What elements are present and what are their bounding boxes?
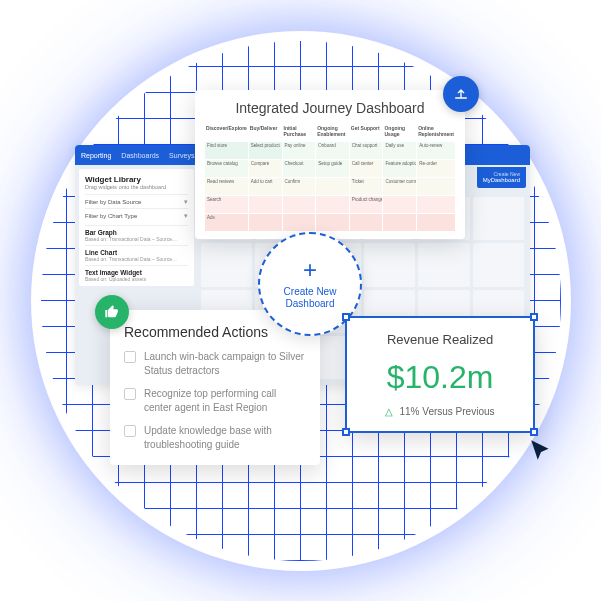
journey-cell[interactable] bbox=[316, 178, 349, 195]
journey-cell[interactable]: Auto-renew bbox=[417, 142, 455, 159]
resize-handle[interactable] bbox=[342, 428, 350, 436]
dashboard-name: MyDashboard bbox=[483, 177, 520, 184]
journey-cell[interactable] bbox=[417, 196, 455, 213]
app-brand: Reporting bbox=[81, 152, 111, 159]
journey-cell[interactable]: Search bbox=[205, 196, 248, 213]
create-label: Create New bbox=[483, 171, 520, 177]
resize-handle[interactable] bbox=[530, 428, 538, 436]
journey-cell[interactable]: Product changes bbox=[350, 196, 383, 213]
journey-column-header: Ongoing Usage bbox=[383, 124, 416, 141]
journey-column-header: Online Replenishment bbox=[417, 124, 455, 141]
chevron-down-icon: ▾ bbox=[184, 198, 188, 206]
journey-cell[interactable]: Customer communication bbox=[383, 178, 416, 195]
app-tab[interactable]: Surveys bbox=[169, 152, 194, 159]
dashboard-name-panel: Create New MyDashboard bbox=[477, 167, 526, 188]
filter-chart-type[interactable]: Filter by Chart Type ▾ bbox=[85, 208, 188, 222]
checkbox[interactable] bbox=[124, 388, 136, 400]
thumbs-up-icon bbox=[104, 304, 120, 320]
journey-cell[interactable] bbox=[249, 214, 282, 231]
journey-cell[interactable]: Read reviews bbox=[205, 178, 248, 195]
journey-cell[interactable]: Feature adoption bbox=[383, 160, 416, 177]
widget-library-panel: Widget Library Drag widgets onto the das… bbox=[79, 169, 194, 286]
chevron-down-icon: ▾ bbox=[184, 212, 188, 220]
recommended-item[interactable]: Launch win-back campaign to Silver Statu… bbox=[124, 350, 306, 377]
journey-cell[interactable] bbox=[316, 196, 349, 213]
journey-cell[interactable] bbox=[383, 214, 416, 231]
upload-button[interactable] bbox=[443, 76, 479, 112]
journey-cell[interactable]: Pay online bbox=[283, 142, 316, 159]
recommended-actions-card: Recommended Actions Launch win-back camp… bbox=[110, 310, 320, 465]
recommended-text: Recognize top performing call center age… bbox=[144, 387, 306, 414]
revenue-card[interactable]: Revenue Realized $10.2m △ 11% Versus Pre… bbox=[345, 316, 535, 433]
plus-icon: + bbox=[303, 258, 317, 282]
journey-cell[interactable]: Find store bbox=[205, 142, 248, 159]
revenue-title: Revenue Realized bbox=[359, 332, 521, 347]
journey-column-header: Initial Purchase bbox=[283, 124, 316, 141]
journey-cell[interactable]: Select product bbox=[249, 142, 282, 159]
journey-matrix: Discover/ExploreBuy/DeliverInitial Purch… bbox=[205, 124, 455, 231]
journey-cell[interactable] bbox=[283, 214, 316, 231]
journey-cell[interactable] bbox=[350, 214, 383, 231]
journey-cell[interactable]: Add to cart bbox=[249, 178, 282, 195]
journey-cell[interactable]: Ticket bbox=[350, 178, 383, 195]
triangle-up-icon: △ bbox=[385, 406, 393, 417]
journey-cell[interactable]: Chat support bbox=[350, 142, 383, 159]
journey-cell[interactable]: Compare bbox=[249, 160, 282, 177]
recommended-title: Recommended Actions bbox=[124, 324, 306, 340]
revenue-value: $10.2m bbox=[359, 359, 521, 396]
checkbox[interactable] bbox=[124, 351, 136, 363]
journey-column-header: Get Support bbox=[350, 124, 383, 141]
recommended-item[interactable]: Recognize top performing call center age… bbox=[124, 387, 306, 414]
journey-cell[interactable]: Checkout bbox=[283, 160, 316, 177]
journey-cell[interactable]: Browse catalog bbox=[205, 160, 248, 177]
create-label-2: Dashboard bbox=[284, 298, 337, 310]
journey-cell[interactable]: Confirm bbox=[283, 178, 316, 195]
widget-item[interactable]: Line Chart Based on: Transactional Data … bbox=[85, 245, 188, 262]
journey-cell[interactable] bbox=[417, 214, 455, 231]
resize-handle[interactable] bbox=[342, 313, 350, 321]
journey-column-header: Buy/Deliver bbox=[249, 124, 282, 141]
journey-column-header: Discover/Explore bbox=[205, 124, 248, 141]
resize-handle[interactable] bbox=[530, 313, 538, 321]
recommended-text: Launch win-back campaign to Silver Statu… bbox=[144, 350, 306, 377]
widget-item[interactable]: Text Image Widget Based on: Uploaded ass… bbox=[85, 265, 188, 282]
thumbs-up-badge bbox=[95, 295, 129, 329]
journey-cell[interactable]: Call center bbox=[350, 160, 383, 177]
widget-item[interactable]: Bar Graph Based on: Transactional Data –… bbox=[85, 225, 188, 242]
app-tab[interactable]: Dashboards bbox=[121, 152, 159, 159]
journey-cell[interactable] bbox=[249, 196, 282, 213]
journey-title: Integrated Journey Dashboard bbox=[205, 100, 455, 116]
journey-cell[interactable]: Onboard bbox=[316, 142, 349, 159]
journey-cell[interactable]: Ads bbox=[205, 214, 248, 231]
journey-cell[interactable] bbox=[316, 214, 349, 231]
recommended-item[interactable]: Update knowledge base with troubleshooti… bbox=[124, 424, 306, 451]
journey-cell[interactable] bbox=[283, 196, 316, 213]
widget-library-title: Widget Library bbox=[85, 175, 188, 184]
recommended-text: Update knowledge base with troubleshooti… bbox=[144, 424, 306, 451]
journey-cell[interactable] bbox=[383, 196, 416, 213]
journey-cell[interactable]: Re-order bbox=[417, 160, 455, 177]
checkbox[interactable] bbox=[124, 425, 136, 437]
journey-column-header: Ongoing Enablement bbox=[316, 124, 349, 141]
filter-data-source[interactable]: Filter by Data Source ▾ bbox=[85, 194, 188, 208]
journey-cell[interactable] bbox=[417, 178, 455, 195]
create-label-1: Create New bbox=[284, 286, 337, 298]
journey-dashboard-card[interactable]: Integrated Journey Dashboard Discover/Ex… bbox=[195, 90, 465, 239]
revenue-delta: △ 11% Versus Previous bbox=[359, 406, 521, 417]
journey-cell[interactable]: Daily use bbox=[383, 142, 416, 159]
widget-library-subtitle: Drag widgets onto the dashboard bbox=[85, 184, 188, 190]
cursor-icon bbox=[528, 438, 554, 468]
upload-icon bbox=[453, 86, 469, 102]
journey-cell[interactable]: Setup guide bbox=[316, 160, 349, 177]
